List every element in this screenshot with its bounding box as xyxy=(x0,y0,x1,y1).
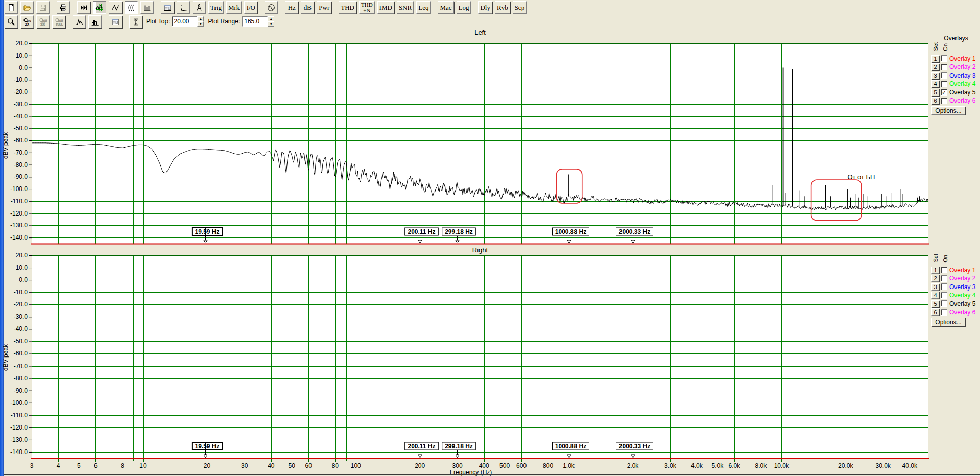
x-tick-label: 40.0k xyxy=(902,462,918,469)
overlay-set-button-5[interactable]: 5 xyxy=(931,89,939,96)
x-tick-label: 4.0k xyxy=(691,462,703,469)
y-tick-label: -90.0 xyxy=(14,387,28,394)
marker-label[interactable]: 1000.88 Hz xyxy=(555,443,586,450)
overlay-on-checkbox-1[interactable] xyxy=(941,55,947,62)
y-tick-label: -20.0 xyxy=(14,301,28,308)
y-tick-label: -20.0 xyxy=(14,88,28,96)
overlay-on-checkbox-1[interactable] xyxy=(941,267,947,273)
overlay-set-button-5[interactable]: 5 xyxy=(931,300,939,307)
x-tick-label: 6.0k xyxy=(729,462,741,469)
y-tick-label: -40.0 xyxy=(14,325,28,332)
overlay-set-button-2[interactable]: 2 xyxy=(931,63,939,70)
overlay-set-button-4[interactable]: 4 xyxy=(931,80,939,87)
y-axis-labels: 20.010.00.0-10.0-20.0-30.0-40.0-50.0-60.… xyxy=(10,40,32,241)
y-tick-label: -120.0 xyxy=(10,210,28,217)
overlay-row-5: 5✓Overlay 5 xyxy=(931,88,980,97)
y-tick-label: 10.0 xyxy=(16,52,28,59)
x-tick-label: 80 xyxy=(332,462,339,469)
on-column-label: On xyxy=(942,43,948,51)
on-column-label: On xyxy=(942,255,948,263)
marker-label[interactable]: 1000.88 Hz xyxy=(555,228,586,235)
x-tick-label: 30 xyxy=(241,462,248,469)
x-tick-label: 10.0k xyxy=(774,462,790,469)
y-tick-label: -140.0 xyxy=(10,448,28,456)
overlay-on-checkbox-2[interactable] xyxy=(941,275,947,282)
overlay-label-5: Overlay 5 xyxy=(949,89,975,96)
overlay-row-5: 5Overlay 5 xyxy=(931,300,980,308)
x-tick-label: 3.0k xyxy=(664,462,677,469)
x-tick-label: 5.0k xyxy=(712,462,724,469)
overlay-set-button-6[interactable]: 6 xyxy=(931,97,939,104)
y-tick-label: -30.0 xyxy=(14,101,28,108)
y-tick-label: -140.0 xyxy=(10,234,28,241)
marker-label[interactable]: 299.18 Hz xyxy=(445,228,473,235)
x-tick-label: 40 xyxy=(268,462,275,469)
overlay-set-button-4[interactable]: 4 xyxy=(931,292,939,299)
y-tick-label: -60.0 xyxy=(14,137,28,144)
overlay-on-checkbox-5[interactable]: ✓ xyxy=(941,89,947,96)
overlay-on-checkbox-3[interactable] xyxy=(941,283,947,290)
x-tick-label: 4 xyxy=(57,462,60,469)
y-tick-label: -130.0 xyxy=(10,222,28,229)
y-tick-label: -50.0 xyxy=(14,338,28,345)
overlay-set-button-6[interactable]: 6 xyxy=(931,308,939,316)
marker-label[interactable]: 19.59 Hz xyxy=(195,228,219,235)
overlays-panel-left: Overlays Set On 1Overlay 12Overlay 23Ove… xyxy=(931,35,980,115)
x-tick-label: 400 xyxy=(479,462,489,469)
x-tick-label: 60 xyxy=(305,462,313,469)
overlay-on-checkbox-5[interactable] xyxy=(941,300,947,307)
overlay-row-3: 3Overlay 3 xyxy=(931,72,980,80)
y-tick-label: -120.0 xyxy=(10,424,28,431)
marker-label[interactable]: 299.18 Hz xyxy=(445,443,473,450)
y-tick-label: 20.0 xyxy=(16,252,28,259)
x-tick-label: 100 xyxy=(351,462,361,469)
marker-label[interactable]: 2000.33 Hz xyxy=(619,228,650,235)
overlay-label-6: Overlay 6 xyxy=(949,97,975,104)
x-tick-label: 20.0k xyxy=(838,462,853,469)
marker-label[interactable]: 200.11 Hz xyxy=(408,443,435,450)
y-tick-label: -110.0 xyxy=(11,198,28,205)
set-column-label: Set xyxy=(933,42,939,51)
y-tick-label: -60.0 xyxy=(14,350,28,357)
overlay-label-2: Overlay 2 xyxy=(949,275,975,282)
marker-label[interactable]: 2000.33 Hz xyxy=(619,443,650,450)
marker-label[interactable]: 19.59 Hz xyxy=(195,443,219,450)
overlay-options-button[interactable]: Options... xyxy=(931,106,965,115)
annotation-text: От от БП xyxy=(847,173,875,181)
overlay-on-checkbox-4[interactable] xyxy=(941,292,947,299)
overlay-on-checkbox-6[interactable] xyxy=(941,309,947,316)
y-tick-label: -100.0 xyxy=(10,399,28,407)
overlay-row-3: 3Overlay 3 xyxy=(931,283,980,291)
y-tick-label: -80.0 xyxy=(14,161,28,169)
x-tick-label: 2.0k xyxy=(627,462,639,469)
marker-label[interactable]: 200.11 Hz xyxy=(408,228,435,235)
x-tick-label: 20 xyxy=(204,462,211,469)
y-tick-label: -10.0 xyxy=(14,76,28,83)
y-tick-label: -40.0 xyxy=(14,113,28,120)
y-tick-label: -10.0 xyxy=(14,289,28,296)
y-tick-label: -100.0 xyxy=(10,185,28,193)
overlay-label-6: Overlay 6 xyxy=(949,308,975,316)
y-tick-label: -50.0 xyxy=(14,125,28,132)
overlay-options-button[interactable]: Options... xyxy=(931,318,965,326)
y-tick-label: -70.0 xyxy=(14,149,28,156)
spectrum-plots-canvas: 20.010.00.0-10.0-20.0-30.0-40.0-50.0-60.… xyxy=(0,0,980,476)
overlay-on-checkbox-4[interactable] xyxy=(941,81,947,87)
x-tick-label: 10 xyxy=(139,462,147,469)
overlays-title[interactable]: Overlays xyxy=(941,35,971,42)
window-bottom-edge xyxy=(4,474,980,475)
overlay-set-button-1[interactable]: 1 xyxy=(931,55,939,62)
overlay-row-4: 4Overlay 4 xyxy=(931,291,980,299)
y-tick-label: -70.0 xyxy=(14,363,28,370)
overlay-set-button-2[interactable]: 2 xyxy=(931,275,939,282)
overlay-set-button-3[interactable]: 3 xyxy=(931,72,939,79)
overlay-set-button-1[interactable]: 1 xyxy=(931,267,939,274)
x-tick-label: 8 xyxy=(121,462,124,469)
y-tick-label: 0.0 xyxy=(19,64,28,72)
overlay-row-4: 4Overlay 4 xyxy=(931,80,980,88)
overlay-on-checkbox-6[interactable] xyxy=(941,98,947,104)
overlay-on-checkbox-3[interactable] xyxy=(941,72,947,79)
overlay-on-checkbox-2[interactable] xyxy=(941,64,947,70)
x-tick-label: 30.0k xyxy=(876,462,891,469)
overlay-set-button-3[interactable]: 3 xyxy=(931,283,939,291)
